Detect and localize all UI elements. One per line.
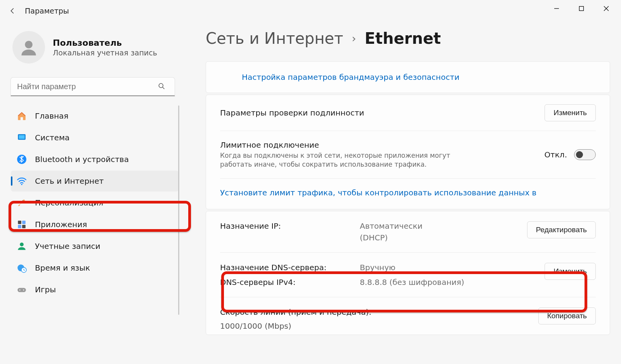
svg-rect-14	[22, 225, 26, 228]
sidebar-item-label: Игры	[35, 285, 56, 294]
metered-row: Лимитное подключение Когда вы подключены…	[220, 131, 596, 178]
search-wrap	[11, 78, 176, 96]
auth-row: Параметры проверки подлинности Изменить	[220, 95, 596, 131]
sidebar-item-label: Система	[35, 133, 69, 142]
titlebar: Параметры	[0, 0, 621, 22]
svg-rect-11	[18, 221, 21, 224]
home-icon	[16, 110, 27, 121]
metered-toggle[interactable]	[574, 149, 596, 160]
sidebar-item-label: Учетные записи	[35, 242, 100, 251]
avatar	[12, 31, 45, 64]
sidebar-item-label: Bluetooth и устройства	[35, 155, 129, 164]
wifi-icon	[16, 176, 27, 186]
bluetooth-icon	[16, 154, 27, 165]
dns-assignment-row: Назначение DNS-сервера: DNS-серверы IPv4…	[220, 252, 596, 297]
sidebar: Пользователь Локальная учетная запись Гл…	[0, 22, 182, 364]
sidebar-item-label: Персонализация	[35, 198, 103, 207]
dns-value-1: Вручную	[360, 263, 522, 272]
sidebar-item-home[interactable]: Главная	[11, 105, 179, 126]
gamepad-icon	[16, 284, 27, 295]
user-subtitle: Локальная учетная запись	[53, 48, 157, 57]
network-details-card: Назначение IP: Автоматически (DHCP) Реда…	[206, 211, 610, 335]
speed-title: Скорость линии (прием и передача):	[220, 307, 522, 317]
sidebar-item-label: Время и язык	[35, 263, 90, 273]
speed-value: 1000/1000 (Mbps)	[220, 321, 522, 331]
globe-clock-icon	[16, 262, 27, 273]
breadcrumb-current: Ethernet	[364, 29, 441, 47]
sidebar-item-network[interactable]: Сеть и Интернет	[11, 171, 179, 191]
dns-label-2: DNS-серверы IPv4:	[220, 278, 360, 287]
dns-edit-button[interactable]: Изменить	[545, 263, 596, 280]
svg-point-4	[25, 41, 33, 48]
brush-icon	[16, 197, 27, 208]
app-title: Параметры	[25, 7, 69, 15]
ip-value-2: (DHCP)	[360, 233, 522, 242]
maximize-button[interactable]	[569, 0, 594, 17]
main-content: Сеть и Интернет › Ethernet Настройка пар…	[182, 22, 621, 364]
svg-point-5	[159, 83, 163, 88]
sidebar-item-system[interactable]: Система	[11, 127, 179, 148]
svg-rect-8	[19, 135, 24, 139]
connection-settings-card: Параметры проверки подлинности Изменить …	[206, 95, 610, 209]
auth-title: Параметры проверки подлинности	[220, 108, 522, 117]
svg-rect-12	[22, 221, 26, 224]
user-name: Пользователь	[53, 38, 157, 48]
toggle-knob	[576, 151, 583, 158]
metered-toggle-state: Откл.	[544, 150, 567, 159]
sidebar-item-apps[interactable]: Приложения	[11, 214, 179, 235]
dns-label-1: Назначение DNS-сервера:	[220, 263, 360, 272]
svg-point-19	[19, 290, 21, 291]
firewall-link-card: Настройка параметров брандмауэра и безоп…	[206, 61, 610, 93]
sidebar-item-time-language[interactable]: Время и язык	[11, 257, 179, 278]
auth-edit-button[interactable]: Изменить	[545, 104, 596, 121]
nav-list: Главная Система Bluetooth и устройства С…	[11, 105, 179, 300]
firewall-settings-link[interactable]: Настройка параметров брандмауэра и безоп…	[220, 62, 596, 93]
nav-scrollbar[interactable]	[178, 105, 180, 315]
ip-edit-button[interactable]: Редактировать	[527, 221, 596, 238]
svg-point-20	[23, 290, 24, 291]
svg-line-6	[163, 87, 165, 89]
speed-copy-button[interactable]: Копировать	[538, 307, 596, 324]
svg-rect-18	[17, 288, 26, 292]
system-icon	[16, 132, 27, 143]
svg-point-15	[20, 243, 24, 247]
svg-point-10	[21, 184, 22, 185]
sidebar-item-label: Приложения	[35, 220, 87, 229]
sidebar-item-bluetooth[interactable]: Bluetooth и устройства	[11, 149, 179, 170]
minimize-button[interactable]	[544, 0, 569, 17]
metered-description: Когда вы подключены к этой сети, некотор…	[220, 151, 461, 169]
link-speed-row: Скорость линии (прием и передача): 1000/…	[220, 297, 596, 335]
metered-title: Лимитное подключение	[220, 140, 544, 150]
data-limit-link[interactable]: Установите лимит трафика, чтобы контроли…	[220, 188, 536, 197]
ip-label: Назначение IP:	[220, 221, 360, 231]
sidebar-item-label: Сеть и Интернет	[35, 176, 104, 186]
apps-icon	[16, 219, 27, 230]
dns-value-2: 8.8.8.8 (без шифрования)	[360, 278, 522, 287]
sidebar-item-accounts[interactable]: Учетные записи	[11, 236, 179, 257]
svg-rect-1	[579, 7, 584, 11]
ip-value-1: Автоматически	[360, 221, 522, 231]
search-icon	[158, 82, 165, 91]
chevron-right-icon: ›	[352, 32, 356, 45]
breadcrumb-parent[interactable]: Сеть и Интернет	[206, 29, 343, 47]
ip-assignment-row: Назначение IP: Автоматически (DHCP) Реда…	[220, 211, 596, 252]
close-button[interactable]	[594, 0, 619, 17]
sidebar-item-label: Главная	[35, 111, 68, 121]
person-icon	[16, 241, 27, 252]
user-block[interactable]: Пользователь Локальная учетная запись	[11, 31, 179, 64]
breadcrumb: Сеть и Интернет › Ethernet	[206, 29, 610, 47]
sidebar-item-gaming[interactable]: Игры	[11, 279, 179, 300]
back-button[interactable]	[5, 3, 20, 19]
window-controls	[544, 0, 619, 17]
svg-rect-13	[18, 225, 21, 228]
data-limit-row: Установите лимит трафика, чтобы контроли…	[220, 178, 596, 209]
sidebar-item-personalization[interactable]: Персонализация	[11, 192, 179, 213]
search-input[interactable]	[11, 78, 175, 96]
